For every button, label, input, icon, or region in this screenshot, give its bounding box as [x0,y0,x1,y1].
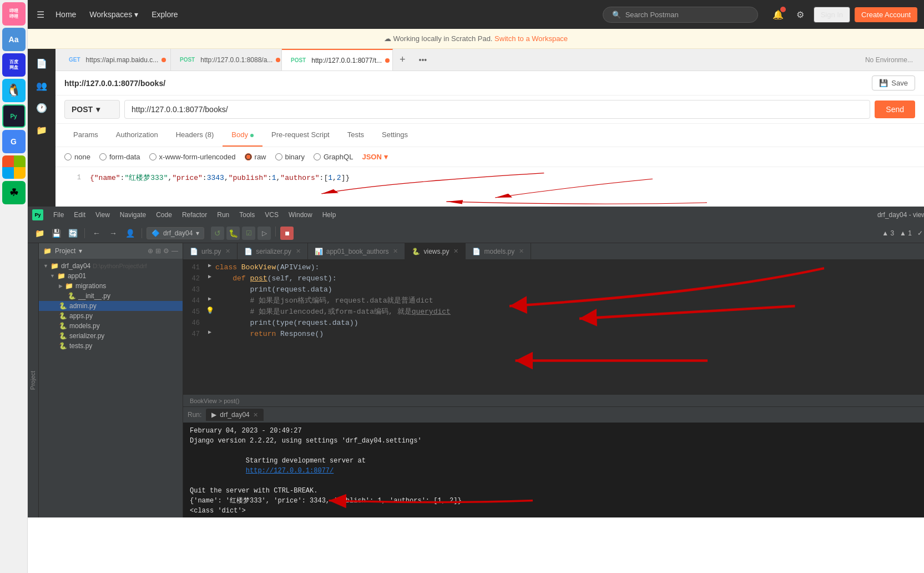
tree-serializer[interactable]: 🐍 serializer.py [39,331,183,341]
terminal-tab-close[interactable]: ✕ [253,411,258,419]
nav-explore[interactable]: Explore [147,8,182,21]
editor-tab-views[interactable]: 🐍 views.py ✕ [405,243,466,260]
menu-window[interactable]: Window [284,209,317,221]
run-stop-btn[interactable]: ■ [280,227,294,240]
toolbar-forward[interactable]: → [106,226,120,240]
views-tab-close[interactable]: ✕ [453,248,458,255]
tree-root[interactable]: 📁 drf_day04 D:\pythonProject\drf [39,261,183,271]
tree-icon-2[interactable]: ⊞ [155,247,161,255]
nav-workspaces[interactable]: Workspaces ▾ [85,8,143,21]
tab-more-button[interactable]: ••• [412,56,434,64]
taskbar-ms[interactable] [2,155,26,179]
book-authors-tab-close[interactable]: ✕ [393,248,398,255]
toolbar-sync[interactable]: 🔄 [65,226,80,240]
taskbar-pycharm[interactable]: Py [2,104,26,128]
json-type-dropdown[interactable]: JSON ▾ [362,153,387,161]
editor-tab-models[interactable]: 📄 models.py ✕ [466,243,531,260]
tree-admin[interactable]: 🐍 admin.py [39,301,183,311]
menu-file[interactable]: File [49,209,68,221]
urls-tab-close[interactable]: ✕ [225,248,230,255]
menu-run[interactable]: Run [213,209,234,221]
editor-tab-serializer[interactable]: 📄 serializer.py ✕ [238,243,307,260]
option-binary[interactable]: binary [275,153,305,161]
editor-tab-urls[interactable]: 📄 urls.py ✕ [183,243,238,260]
sidebar-collections-icon[interactable]: 📁 [32,120,52,140]
taskbar-baidu[interactable]: 百度网盘 [2,53,26,77]
menu-code[interactable]: Code [152,209,176,221]
serializer-tab-close[interactable]: ✕ [296,248,301,255]
tree-tests[interactable]: 🐍 tests.py [39,341,183,351]
menu-edit[interactable]: Edit [69,209,90,221]
tab-settings[interactable]: Settings [373,124,417,147]
taskbar-google[interactable]: G [2,130,26,153]
menu-help[interactable]: Help [318,209,341,221]
tab-url-post-2: http://127.0.0.1:8077/t... [311,57,382,64]
tab-tests[interactable]: Tests [339,124,373,147]
method-dropdown[interactable]: POST ▾ [64,100,120,119]
project-header-chevron[interactable]: ▾ [79,247,82,255]
menu-refactor[interactable]: Refactor [178,209,211,221]
nav-home[interactable]: Home [51,8,80,21]
tree-apps[interactable]: 🐍 apps.py [39,311,183,321]
sign-in-button[interactable]: Sign In [814,7,850,23]
code-editor[interactable]: 1 {"name":"红楼梦333","price":3343,"publish… [55,167,924,207]
terminal-content[interactable]: February 04, 2023 - 20:49:27 Django vers… [183,423,924,517]
tab-pre-request[interactable]: Pre-request Script [262,124,339,147]
taskbar-green[interactable]: ☘ [2,181,26,204]
taskbar-qq[interactable]: 🐧 [2,79,26,102]
settings-btn[interactable]: ⚙ [791,6,809,23]
menu-view[interactable]: View [91,209,114,221]
tab-get-baidu[interactable]: GET https://api.map.baidu.c... ✕ [60,49,171,71]
run-debug-btn[interactable]: 🐛 [226,227,240,240]
notification-btn[interactable]: 🔔 [769,6,787,23]
sidebar-new-icon[interactable]: 📄 [32,53,52,73]
option-form-data[interactable]: form-data [99,153,140,161]
save-button[interactable]: 💾 Save [872,76,915,91]
menu-tools[interactable]: Tools [235,209,259,221]
tab-post-8088[interactable]: POST http://127.0.0.1:8088/a... ✕ [171,49,282,71]
switch-workspace-link[interactable]: Switch to a Workspace [494,34,568,43]
option-none[interactable]: none [64,153,90,161]
url-input[interactable] [124,100,870,119]
menu-vcs[interactable]: VCS [260,209,283,221]
tab-post-8077[interactable]: POST http://127.0.0.1:8077/t... ✕ [282,49,393,71]
option-raw[interactable]: raw [245,153,266,161]
server-link[interactable]: http://127.0.0.1:8077/ [246,467,334,475]
taskbar-bilibili[interactable]: 哔哩哔哩 [2,2,26,26]
run-reload-btn[interactable]: ↺ [211,227,224,240]
send-button[interactable]: Send [875,100,915,118]
tab-params[interactable]: Params [64,124,107,147]
option-urlencoded[interactable]: x-www-form-urlencoded [149,153,236,161]
toolbar-back[interactable]: ← [89,226,104,240]
term-line-2: Django version 2.2.22, using settings 'd… [190,436,924,446]
run-profile-btn[interactable]: ▷ [257,227,271,240]
menu-navigate[interactable]: Navigate [115,209,150,221]
tree-app01[interactable]: 📁 app01 [39,271,183,281]
hamburger-icon[interactable]: ☰ [34,7,47,22]
models-tab-close[interactable]: ✕ [519,248,524,255]
tree-icon-3[interactable]: ⚙ [163,247,169,255]
tree-models[interactable]: 🐍 models.py [39,321,183,331]
tree-migrations[interactable]: 📁 migrations [39,281,183,291]
editor-tab-book-authors[interactable]: 📊 app01_book_authors ✕ [308,243,406,260]
tree-icon-1[interactable]: ⊕ [148,247,153,255]
toolbar-user[interactable]: 👤 [123,226,137,240]
option-graphql[interactable]: GraphQL [314,153,353,161]
toolbar-save[interactable]: 💾 [49,226,63,240]
tab-body[interactable]: Body [223,124,262,147]
terminal-tab-main[interactable]: ▶ drf_day04 ✕ [206,409,263,421]
tab-add-button[interactable]: + [393,54,412,66]
sidebar-history-icon[interactable]: 🕐 [32,98,52,118]
sidebar-people-icon[interactable]: 👥 [32,76,52,96]
project-selector[interactable]: 🔷 drf_day04 ▾ [147,227,204,239]
tab-authorization[interactable]: Authorization [107,124,167,147]
run-coverage-btn[interactable]: ☑ [242,227,255,240]
tab-headers[interactable]: Headers (8) [167,124,223,147]
toolbar-folder[interactable]: 📁 [32,226,47,240]
tree-icon-4[interactable]: — [171,247,178,255]
create-account-button[interactable]: Create Account [855,7,917,22]
code-area[interactable]: 41 ▶ class BookView(APIView): 42 ▶ def p… [183,260,924,394]
tree-init[interactable]: 🐍 __init__.py [39,291,183,301]
taskbar-eudic[interactable]: Aa [2,28,26,51]
search-bar[interactable]: 🔍 Search Postman [603,7,758,23]
